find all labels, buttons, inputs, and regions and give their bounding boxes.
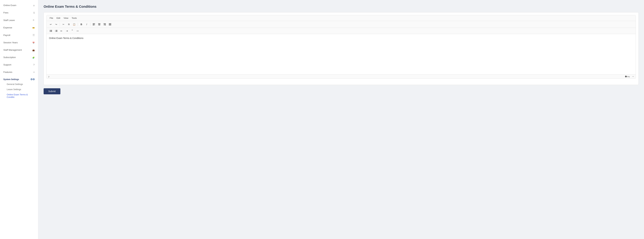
gear-icon: ⚙ — [30, 78, 35, 81]
puzzle-icon — [32, 56, 35, 59]
editor-toolbar-row2: 1.2.3. ⇤ ⇥ " <> — [46, 28, 636, 34]
unordered-list-button[interactable] — [48, 29, 53, 33]
svg-rect-25 — [56, 31, 57, 31]
dollar-icon — [33, 11, 35, 14]
svg-rect-21 — [50, 31, 52, 32]
svg-point-16 — [50, 30, 50, 31]
sub-item-label: Online Exam Terms & Conditic — [7, 93, 28, 98]
svg-rect-4 — [98, 23, 100, 24]
copy-button[interactable]: ⧉ — [66, 22, 71, 27]
sub-item-label: General Settings — [7, 83, 23, 85]
sidebar-item-subscription[interactable]: Subscription — [0, 54, 38, 61]
system-settings-label: System Settings — [3, 78, 19, 81]
toolbar-separator-3 — [90, 23, 90, 26]
ordered-list-button[interactable]: 1.2.3. — [54, 29, 59, 33]
svg-rect-3 — [93, 25, 94, 26]
editor-content: Online Exam Terms & Conditions — [49, 37, 83, 40]
svg-rect-2 — [93, 25, 95, 25]
briefcase-icon — [32, 49, 35, 51]
svg-rect-11 — [104, 25, 106, 26]
sidebar-item-label: Support — [3, 64, 33, 66]
sidebar-item-label: Session Years — [3, 41, 32, 44]
svg-rect-6 — [98, 25, 100, 25]
editor-container: File Edit View Tools ↩ ↪ ✂ ⧉ 📋 B I — [46, 15, 636, 79]
sidebar-item-staff-management[interactable]: Staff Management — [0, 46, 38, 54]
code-button[interactable]: <> — [75, 29, 80, 33]
align-justify-button[interactable] — [108, 22, 112, 27]
svg-rect-23 — [56, 30, 57, 30]
sidebar-item-label: Staff Management — [3, 49, 32, 51]
svg-text:3.: 3. — [55, 31, 56, 32]
undo-button[interactable]: ↩ — [48, 22, 53, 27]
wallet-icon — [32, 26, 35, 29]
menu-view[interactable]: View — [62, 16, 70, 20]
cut-button[interactable]: ✂ — [61, 22, 66, 27]
blockquote-button[interactable]: " — [70, 29, 75, 33]
sidebar-item-label: Online Exam — [3, 4, 33, 7]
svg-rect-14 — [109, 25, 111, 25]
sidebar-sub-item-leave-settings[interactable]: Leave Settings — [0, 87, 38, 92]
align-left-button[interactable] — [92, 22, 96, 27]
editor-body[interactable]: Online Exam Terms & Conditions — [46, 34, 636, 74]
svg-point-20 — [50, 31, 50, 32]
paste-button[interactable]: 📋 — [72, 22, 77, 27]
menu-file[interactable]: File — [48, 16, 54, 20]
sidebar-item-session-years[interactable]: Session Years — [0, 39, 38, 46]
menu-tools[interactable]: Tools — [70, 16, 78, 20]
sidebar-item-online-exam[interactable]: Online Exam — [0, 2, 38, 9]
bold-button[interactable]: B — [79, 22, 84, 27]
tiny-logo: t tiny — [625, 75, 632, 78]
svg-rect-8 — [104, 23, 106, 24]
indent-button[interactable]: ⇥ — [64, 29, 70, 33]
italic-button[interactable]: I — [84, 22, 89, 27]
sidebar-sub-item-general-settings[interactable]: General Settings — [0, 82, 38, 87]
svg-rect-12 — [109, 23, 111, 24]
calendar-icon — [32, 41, 35, 44]
sub-item-label: Leave Settings — [7, 88, 21, 91]
sidebar-item-payroll[interactable]: Payroll — [0, 31, 38, 39]
sidebar-section-system-settings[interactable]: System Settings ⚙ — [0, 76, 38, 82]
sidebar-sub-item-online-exam-terms[interactable]: Online Exam Terms & Conditic — [0, 92, 38, 100]
bars-icon — [32, 34, 35, 37]
sidebar: Online Exam Fees Staff Leave Expense Pay… — [0, 0, 38, 239]
svg-text:t: t — [626, 76, 626, 78]
page-title: Online Exam Terms & Conditions — [44, 5, 639, 9]
tiny-branding: t tiny ✏ — [625, 75, 634, 78]
svg-text:tiny: tiny — [627, 76, 630, 78]
svg-rect-5 — [98, 24, 100, 24]
svg-rect-15 — [109, 25, 111, 26]
redo-button[interactable]: ↪ — [54, 22, 59, 27]
editor-footer: p t tiny ✏ — [46, 74, 636, 79]
submit-button[interactable]: Submit — [44, 88, 60, 94]
sidebar-item-label: Payroll — [3, 34, 32, 37]
list-icon — [33, 71, 35, 74]
sidebar-item-staff-leave[interactable]: Staff Leave — [0, 17, 38, 24]
plane-icon — [32, 19, 35, 22]
svg-point-18 — [50, 31, 50, 31]
svg-rect-17 — [50, 30, 52, 30]
outdent-button[interactable]: ⇤ — [59, 29, 64, 33]
sidebar-item-fees[interactable]: Fees — [0, 9, 38, 17]
menu-edit[interactable]: Edit — [55, 16, 62, 20]
pencil-icon: ✏ — [632, 76, 634, 78]
svg-rect-10 — [104, 25, 106, 25]
svg-rect-13 — [109, 24, 111, 24]
editor-path: p — [48, 75, 50, 78]
monitor-icon — [33, 4, 35, 7]
sidebar-item-label: Expense — [3, 26, 32, 29]
align-center-button[interactable] — [97, 22, 102, 27]
editor-toolbar-row1: ↩ ↪ ✂ ⧉ 📋 B I — [46, 21, 636, 28]
svg-rect-0 — [93, 23, 95, 24]
sidebar-item-label: Subscription — [3, 56, 32, 59]
main-content: Online Exam Terms & Conditions File Edit… — [38, 0, 644, 239]
svg-rect-19 — [50, 31, 52, 31]
editor-menubar: File Edit View Tools — [46, 15, 636, 21]
sidebar-item-features[interactable]: Features — [0, 69, 38, 76]
sidebar-item-label: Features — [3, 71, 33, 73]
svg-rect-27 — [56, 31, 57, 32]
svg-rect-9 — [104, 24, 106, 24]
align-right-button[interactable] — [102, 22, 107, 27]
question-icon — [33, 63, 35, 66]
sidebar-item-support[interactable]: Support — [0, 61, 38, 69]
sidebar-item-expense[interactable]: Expense — [0, 24, 38, 31]
